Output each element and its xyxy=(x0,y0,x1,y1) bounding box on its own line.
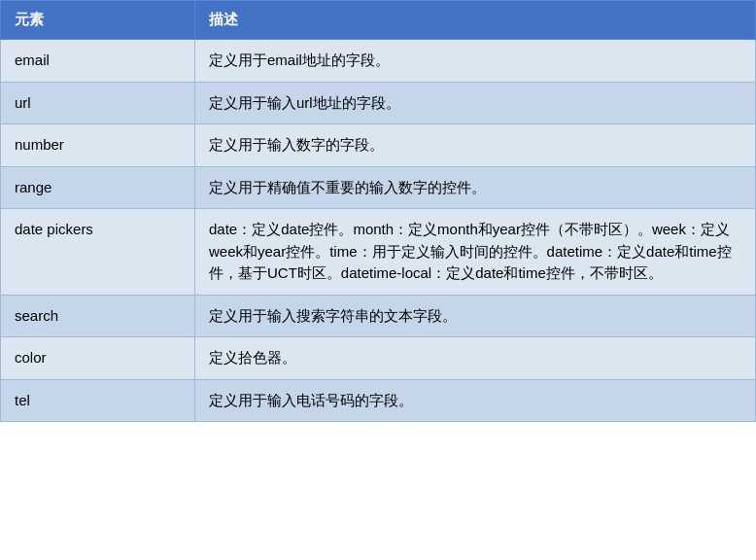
table-header-row: 元素 描述 xyxy=(1,1,756,40)
column-header-element: 元素 xyxy=(1,1,195,40)
cell-description: 定义用于输入搜索字符串的文本字段。 xyxy=(195,295,756,337)
cell-description: 定义用于输入url地址的字段。 xyxy=(195,82,756,124)
cell-element: email xyxy=(1,40,195,83)
table-row: email定义用于email地址的字段。 xyxy=(1,40,756,83)
table-container: 元素 描述 email定义用于email地址的字段。url定义用于输入url地址… xyxy=(0,0,756,422)
table-row: date pickersdate：定义date控件。month：定义month和… xyxy=(1,209,756,296)
table-row: url定义用于输入url地址的字段。 xyxy=(1,82,756,124)
cell-element: range xyxy=(1,166,195,209)
table-row: tel定义用于输入电话号码的字段。 xyxy=(1,379,756,422)
cell-description: date：定义date控件。month：定义month和year控件（不带时区）… xyxy=(195,209,756,296)
table-row: search定义用于输入搜索字符串的文本字段。 xyxy=(1,295,756,337)
table-row: range定义用于精确值不重要的输入数字的控件。 xyxy=(1,166,756,209)
cell-element: search xyxy=(1,295,195,337)
cell-description: 定义用于精确值不重要的输入数字的控件。 xyxy=(195,166,756,209)
cell-description: 定义用于email地址的字段。 xyxy=(195,40,756,83)
cell-description: 定义用于输入电话号码的字段。 xyxy=(195,379,756,422)
reference-table: 元素 描述 email定义用于email地址的字段。url定义用于输入url地址… xyxy=(0,0,756,422)
cell-element: color xyxy=(1,337,195,380)
column-header-description: 描述 xyxy=(195,1,756,40)
cell-element: date pickers xyxy=(1,209,195,296)
cell-element: url xyxy=(1,82,195,124)
table-row: number定义用于输入数字的字段。 xyxy=(1,124,756,167)
cell-description: 定义用于输入数字的字段。 xyxy=(195,124,756,167)
table-row: color定义拾色器。 xyxy=(1,337,756,380)
cell-element: tel xyxy=(1,379,195,422)
cell-description: 定义拾色器。 xyxy=(195,337,756,380)
cell-element: number xyxy=(1,124,195,167)
